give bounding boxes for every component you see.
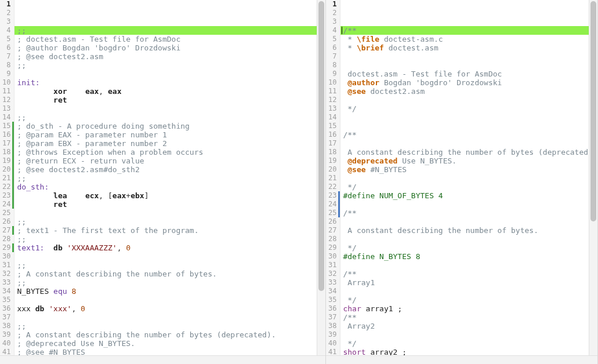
code-line[interactable]: [340, 287, 597, 296]
code-line[interactable]: */: [340, 104, 597, 113]
code-line[interactable]: ; @see doctest2.asm#do_sth2: [15, 165, 325, 174]
code-line[interactable]: ; @see #N_BYTES: [15, 348, 325, 355]
code-line[interactable]: /**: [340, 130, 597, 139]
code-line[interactable]: ; @param EAX - parameter number 1: [15, 130, 325, 139]
code-line[interactable]: ;;: [15, 174, 325, 183]
code-line[interactable]: xxx db 'xxx', 0: [15, 304, 325, 313]
right-scrollbar-thumb[interactable]: [590, 1, 596, 221]
code-line[interactable]: [340, 61, 597, 70]
code-line[interactable]: [340, 96, 597, 104]
left-vertical-scrollbar[interactable]: [317, 0, 325, 355]
code-line[interactable]: [340, 261, 597, 270]
code-line[interactable]: /**: [340, 270, 597, 278]
code-line[interactable]: #define NUM_OF_BYTES 4: [340, 191, 597, 200]
code-line[interactable]: A constant describing the number of byte…: [340, 226, 597, 235]
code-line[interactable]: ;;: [15, 26, 325, 35]
token: #N_BYTES: [366, 165, 407, 174]
code-line[interactable]: @see #N_BYTES: [340, 165, 597, 174]
code-line[interactable]: [15, 209, 325, 217]
code-line[interactable]: do_sth:: [15, 183, 325, 191]
code-line[interactable]: [340, 330, 597, 339]
token: ret: [53, 200, 67, 209]
code-line[interactable]: ;;: [15, 61, 325, 70]
code-line[interactable]: ; @see doctest2.asm: [15, 52, 325, 61]
code-line[interactable]: Array1: [340, 278, 597, 287]
right-vertical-scrollbar[interactable]: [589, 0, 597, 355]
code-line[interactable]: [15, 70, 325, 78]
left-code-area[interactable]: ;;; doctest.asm - Test file for AsmDoc; …: [15, 0, 325, 355]
token: doctest.asm: [384, 43, 438, 52]
line-number: 15: [328, 122, 336, 130]
code-line[interactable]: ret: [15, 200, 325, 209]
token: do_sth:: [17, 183, 49, 191]
code-line[interactable]: text1: db 'XXXAAAZZZ', 0: [15, 243, 325, 252]
code-line[interactable]: @author Bogdan 'bogdro' Drozdowski: [340, 78, 597, 87]
code-line[interactable]: lea ecx, [eax+ebx]: [15, 191, 325, 200]
code-line[interactable]: [340, 52, 597, 61]
code-line[interactable]: A constant describing the number of byte…: [340, 148, 597, 156]
code-line[interactable]: ; @author Bogdan 'bogdro' Drozdowski: [15, 43, 325, 52]
code-line[interactable]: */: [340, 339, 597, 348]
code-line[interactable]: ;;: [15, 322, 325, 330]
code-line[interactable]: [15, 104, 325, 113]
code-line[interactable]: ;;: [15, 278, 325, 287]
code-line[interactable]: ;;: [15, 235, 325, 243]
split-view: 1234567891011121314151617181920212223242…: [0, 0, 598, 364]
left-scrollbar-thumb[interactable]: [318, 1, 324, 291]
code-line[interactable]: [340, 113, 597, 122]
right-code-area[interactable]: /** * \file doctest-asm.c * \brief docte…: [340, 0, 597, 355]
line-number: 40: [328, 339, 336, 348]
code-line[interactable]: short array2 ;: [340, 348, 597, 355]
code-line[interactable]: ; A constant describing the number of by…: [15, 330, 325, 339]
code-line[interactable]: ;;: [15, 217, 325, 226]
code-line[interactable]: ;;: [15, 113, 325, 122]
left-horizontal-scrollbar[interactable]: [0, 355, 325, 364]
code-line[interactable]: ; @param EBX - parameter number 2: [15, 139, 325, 148]
code-line[interactable]: char array1 ;: [340, 304, 597, 313]
code-line[interactable]: ; doctest.asm - Test file for AsmDoc: [15, 35, 325, 43]
code-line[interactable]: #define N_BYTES 8: [340, 252, 597, 261]
code-line[interactable]: [340, 217, 597, 226]
code-line[interactable]: ; text1 - The first text of the program.: [15, 226, 325, 235]
code-line[interactable]: * \brief doctest.asm: [340, 43, 597, 52]
code-line[interactable]: init:: [15, 78, 325, 87]
token: [63, 243, 67, 252]
token: [361, 304, 366, 313]
code-line[interactable]: ;;: [15, 261, 325, 270]
code-line[interactable]: /**: [340, 313, 597, 322]
line-number: 34: [2, 287, 10, 296]
code-line[interactable]: ; A constant describing the number of by…: [15, 270, 325, 278]
code-line[interactable]: ; @return ECX - return value: [15, 156, 325, 165]
code-line[interactable]: /**: [340, 209, 597, 217]
code-line[interactable]: [340, 139, 597, 148]
code-line[interactable]: /**: [340, 26, 597, 35]
code-line[interactable]: [340, 200, 597, 209]
token: ;;: [17, 174, 26, 183]
right-editor[interactable]: 1234567891011121314151617181920212223242…: [326, 0, 597, 355]
code-line[interactable]: [340, 122, 597, 130]
code-line[interactable]: doctest.asm - Test file for AsmDoc: [340, 70, 597, 78]
line-number: 41: [2, 348, 10, 355]
left-editor[interactable]: 1234567891011121314151617181920212223242…: [0, 0, 325, 355]
code-line[interactable]: ret: [15, 96, 325, 104]
code-line[interactable]: xor eax, eax: [15, 87, 325, 96]
line-number: 27: [2, 226, 10, 235]
code-line[interactable]: N_BYTES equ 8: [15, 287, 325, 296]
code-line[interactable]: */: [340, 243, 597, 252]
code-line[interactable]: */: [340, 296, 597, 304]
code-line[interactable]: ; @throws Exception when a problem occur…: [15, 148, 325, 156]
code-line[interactable]: * \file doctest-asm.c: [340, 35, 597, 43]
code-line[interactable]: ; @deprecated Use N_BYTES.: [15, 339, 325, 348]
code-line[interactable]: ; do_sth - A procedure doing something: [15, 122, 325, 130]
token: array2 ;: [370, 348, 407, 355]
code-line[interactable]: [15, 252, 325, 261]
code-line[interactable]: [15, 296, 325, 304]
code-line[interactable]: [340, 235, 597, 243]
right-horizontal-scrollbar[interactable]: [326, 355, 597, 364]
code-line[interactable]: [340, 174, 597, 183]
code-line[interactable]: Array2: [340, 322, 597, 330]
code-line[interactable]: */: [340, 183, 597, 191]
code-line[interactable]: @see doctest2.asm: [340, 87, 597, 96]
code-line[interactable]: @deprecated Use N_BYTES.: [340, 156, 597, 165]
code-line[interactable]: [15, 313, 325, 322]
